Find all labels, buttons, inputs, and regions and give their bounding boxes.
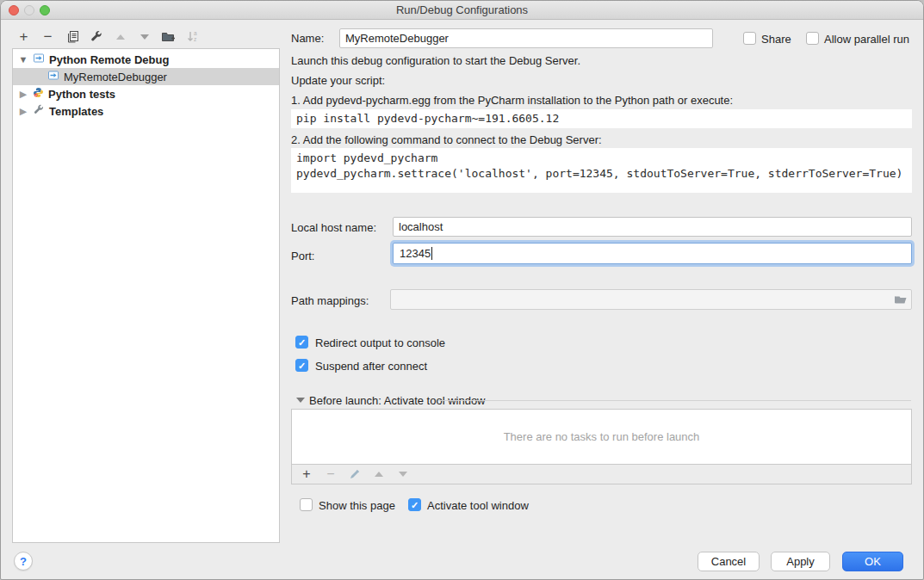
activate-tool-window-label: Activate tool window (427, 499, 529, 512)
suspend-after-connect-checkbox[interactable] (295, 359, 308, 372)
chevron-right-icon[interactable]: ▶ (18, 89, 28, 100)
python-tests-icon (33, 87, 44, 101)
before-launch-task-list[interactable]: There are no tasks to run before launch (291, 409, 912, 465)
move-up-icon (111, 28, 129, 46)
step1-text: 1. Add pydevd-pycharm.egg from the PyCha… (291, 94, 733, 107)
chevron-right-icon[interactable]: ▶ (18, 106, 28, 117)
help-button[interactable]: ? (14, 552, 33, 571)
share-checkbox[interactable] (743, 32, 756, 45)
redirect-output-checkbox[interactable] (295, 336, 308, 349)
suspend-after-connect-label: Suspend after connect (315, 360, 427, 373)
settrace-code-block: import pydevd_pycharm pydevd_pycharm.set… (291, 148, 912, 193)
path-mappings-input[interactable] (390, 289, 912, 310)
tree-item-label: Python Remote Debug (49, 53, 169, 66)
show-this-page-checkbox[interactable] (300, 498, 313, 511)
remove-task-button: − (323, 466, 338, 482)
run-debug-configurations-dialog: Run/Debug Configurations + − az ▼ Python… (0, 0, 924, 580)
move-task-up-icon (371, 472, 387, 477)
remove-configuration-button[interactable]: − (39, 28, 57, 46)
move-down-icon (135, 28, 153, 46)
copy-configuration-icon[interactable] (63, 28, 81, 46)
edit-defaults-wrench-icon[interactable] (87, 28, 105, 46)
remote-debug-icon (33, 52, 45, 66)
text-cursor (431, 247, 432, 260)
pip-install-code: pip install pydevd-pycharm~=191.6605.12 (291, 109, 912, 128)
step2-text: 2. Add the following command to connect … (291, 133, 602, 146)
before-launch-toolbar: + − (291, 465, 912, 484)
templates-wrench-icon (33, 104, 45, 119)
add-task-button[interactable]: + (299, 466, 314, 482)
local-host-name-input[interactable] (393, 217, 912, 237)
tree-item-python-tests[interactable]: ▶ Python tests (13, 85, 279, 102)
close-window-button[interactable] (9, 5, 19, 15)
browse-folder-icon[interactable] (893, 293, 908, 309)
name-label: Name: (291, 32, 324, 45)
redirect-output-label: Redirect output to console (315, 336, 445, 349)
tree-item-label: Templates (49, 105, 103, 118)
share-label: Share (761, 33, 791, 46)
minimize-window-button[interactable] (24, 5, 34, 15)
move-task-down-icon (395, 472, 411, 477)
path-mappings-label: Path mappings: (291, 294, 369, 307)
port-input[interactable]: 12345 (393, 243, 912, 264)
sort-configurations-icon: az (183, 28, 202, 46)
name-input[interactable] (339, 28, 713, 48)
svg-text:z: z (194, 36, 196, 42)
port-value: 12345 (400, 247, 431, 260)
tree-item-templates[interactable]: ▶ Templates (13, 102, 279, 120)
new-folder-icon[interactable] (159, 28, 177, 46)
titlebar: Run/Debug Configurations (1, 1, 923, 20)
section-divider (438, 400, 911, 401)
allow-parallel-run-label: Allow parallel run (824, 33, 909, 46)
activate-tool-window-checkbox[interactable] (408, 498, 421, 511)
chevron-down-icon[interactable]: ▼ (18, 54, 28, 65)
add-configuration-button[interactable]: + (15, 28, 33, 46)
tree-item-label: MyRemoteDebugger (64, 71, 167, 83)
port-label: Port: (291, 250, 314, 262)
allow-parallel-run-checkbox[interactable] (806, 32, 819, 45)
tree-item-myremotedebugger[interactable]: MyRemoteDebugger (13, 68, 279, 85)
collapse-section-icon[interactable] (296, 398, 305, 403)
show-this-page-label: Show this page (319, 499, 395, 512)
apply-button[interactable]: Apply (771, 552, 830, 571)
cancel-button[interactable]: Cancel (698, 552, 760, 571)
configurations-toolbar: + − az (15, 27, 202, 47)
tree-item-label: Python tests (48, 88, 115, 101)
update-script-text: Update your script: (291, 74, 385, 87)
zoom-window-button[interactable] (40, 5, 50, 15)
remote-debug-icon (47, 70, 59, 83)
local-host-name-label: Local host name: (291, 221, 376, 234)
ok-button[interactable]: OK (842, 552, 903, 571)
window-title: Run/Debug Configurations (396, 3, 528, 16)
configurations-tree: ▼ Python Remote Debug MyRemoteDebugger ▶… (12, 48, 280, 543)
svg-text:a: a (194, 30, 197, 36)
help-question-icon: ? (20, 555, 27, 568)
tree-item-python-remote-debug[interactable]: ▼ Python Remote Debug (13, 51, 279, 68)
description-text: Launch this debug configuration to start… (291, 54, 580, 67)
edit-task-pencil-icon (347, 468, 363, 480)
empty-tasks-text: There are no tasks to run before launch (504, 430, 700, 443)
settrace-code-line2: pydevd_pycharm.settrace('localhost', por… (296, 166, 907, 182)
settrace-code-line1: import pydevd_pycharm (296, 151, 907, 166)
